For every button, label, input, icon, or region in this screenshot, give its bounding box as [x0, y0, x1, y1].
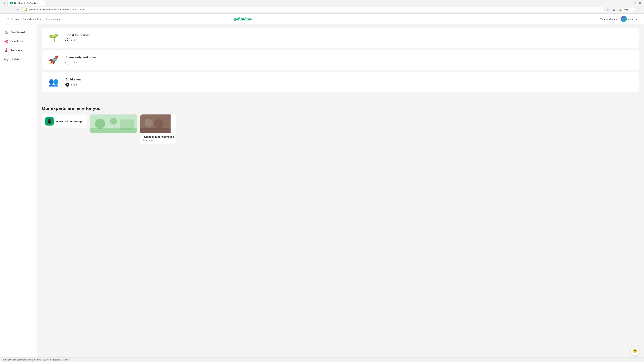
home-icon: 🏠 — [4, 30, 8, 34]
task-title-share: Share early and often — [66, 56, 634, 59]
target-icon: 🎯 — [4, 39, 8, 43]
logo[interactable]: gofundme — [234, 16, 252, 22]
main-layout: 🏠 Dashboard 🎯 Donations 🏛 Transfers 💬 Up… — [0, 24, 644, 362]
forward-button[interactable]: → — [9, 7, 14, 12]
article-title-2: Facebook fundraising tips — [143, 135, 174, 138]
article-image-2 — [140, 114, 170, 133]
task-progress-share: 0 of 4 — [66, 60, 634, 64]
transfers-badge — [6, 48, 8, 50]
download-app-label: Download our free app — [56, 120, 83, 123]
sidebar-item-transfers[interactable]: 🏛 Transfers — [0, 46, 37, 55]
progress-complete-icon: ✓ — [66, 83, 70, 87]
tab-title: Dashboard - GoFundMe — [14, 2, 38, 4]
tab-favicon: G — [10, 2, 13, 4]
for-charities-nav-item[interactable]: For charities — [46, 17, 60, 20]
task-info-share: Share early and often 0 of 4 — [66, 56, 634, 64]
top-nav: 🔍 Search For individuals ⌄ For charities… — [0, 13, 644, 24]
for-individuals-label: For individuals — [23, 17, 39, 20]
app-icon: 📱 — [45, 117, 54, 125]
address-bar-actions: ☆ ⊡ 🕵 Incognito (2) ⋮ — [606, 7, 642, 12]
incognito-icon: 🕵 — [619, 8, 622, 11]
sidebar-item-updates[interactable]: 💬 Updates — [0, 55, 37, 64]
for-charities-label: For charities — [46, 17, 60, 20]
task-card-team[interactable]: 👥 Build a team ✓ 3 of 3 — [42, 72, 639, 92]
chevron-down-icon: ⌄ — [40, 17, 42, 20]
chat-bubble[interactable]: 😊 — [630, 347, 639, 355]
boost-icon: 🌱 — [49, 33, 59, 42]
message-icon: 💬 — [4, 57, 8, 62]
active-tab[interactable]: G Dashboard - GoFundMe ✕ — [8, 0, 45, 6]
task-title-boost: Boost fundraiser — [66, 33, 634, 37]
team-icon: 👥 — [49, 77, 59, 87]
experts-title: Our experts are here for you — [42, 106, 639, 111]
status-bar: www.gofundme.com/manage/help-me-fund-rai… — [0, 358, 644, 362]
search-label: Search — [11, 17, 19, 20]
main-content: 🌱 Boost fundraiser 1 of 5 🚀 — [37, 24, 644, 101]
back-button[interactable]: ← — [2, 7, 8, 12]
task-progress-team: ✓ 3 of 3 — [66, 83, 634, 87]
svg-rect-8 — [140, 128, 170, 133]
tab-back-nav[interactable]: ‹ — [2, 1, 7, 5]
incognito-badge[interactable]: 🕵 Incognito (2) — [618, 8, 636, 12]
sidebar-item-dashboard[interactable]: 🏠 Dashboard — [0, 28, 37, 37]
url-bar[interactable]: 🔒 gofundme.com/manage/help-me-fund-raise… — [22, 7, 604, 12]
close-button[interactable]: ✕ — [638, 1, 642, 5]
task-info-team: Build a team ✓ 3 of 3 — [66, 78, 634, 87]
svg-point-6 — [144, 119, 153, 127]
svg-point-7 — [154, 119, 164, 128]
nav-left: 🔍 Search For individuals ⌄ For charities — [7, 17, 60, 20]
task-progress-text-share: 0 of 4 — [71, 61, 77, 64]
download-app-card[interactable]: 📱 Download our free app — [42, 114, 87, 128]
progress-partial-filled-icon — [66, 38, 70, 42]
sidebar-item-donations-label: Donations — [11, 40, 23, 43]
task-card-share[interactable]: 🚀 Share early and often 0 of 4 — [42, 50, 639, 70]
extensions-button[interactable]: ⊡ — [612, 7, 617, 12]
user-chevron-icon: ⌄ — [635, 17, 637, 21]
maximize-button[interactable]: □ — [633, 1, 637, 5]
address-bar: ← → ↻ 🔒 gofundme.com/manage/help-me-fund… — [0, 6, 644, 13]
task-info-boost: Boost fundraiser 1 of 5 — [66, 33, 634, 42]
incognito-label: Incognito (2) — [623, 8, 634, 11]
user-name: Jane — [628, 17, 634, 20]
reload-button[interactable]: ↻ — [16, 7, 21, 12]
window-controls: – □ ✕ — [628, 1, 642, 5]
for-individuals-nav-item[interactable]: For individuals ⌄ — [23, 17, 42, 20]
browser-menu-button[interactable]: ⋮ — [636, 7, 642, 12]
share-icon: 🚀 — [49, 55, 59, 65]
article-meta-2: 8 min read — [143, 139, 174, 141]
minimize-button[interactable]: – — [628, 1, 632, 5]
task-progress-text-team: 3 of 3 — [71, 83, 77, 86]
search-icon: 🔍 — [7, 17, 10, 20]
logo-text: gofundme — [234, 16, 252, 21]
sidebar-item-updates-label: Updates — [11, 58, 21, 61]
new-tab-button[interactable]: + — [46, 1, 50, 5]
task-card-boost[interactable]: 🌱 Boost fundraiser 1 of 5 — [42, 28, 639, 48]
browser-chrome: ‹ G Dashboard - GoFundMe ✕ + – □ ✕ ← → ↻… — [0, 0, 644, 13]
article-content-2: Facebook fundraising tips 8 min read — [140, 133, 176, 144]
chat-icon: 😊 — [632, 349, 637, 353]
sidebar-item-dashboard-label: Dashboard — [11, 31, 25, 34]
task-icon-boost: 🌱 — [47, 31, 60, 44]
tab-close-button[interactable]: ✕ — [39, 1, 42, 4]
user-menu[interactable]: Jane ⌄ — [621, 16, 637, 22]
experts-section: Our experts are here for you 📱 Download … — [37, 101, 644, 147]
article-card-2[interactable]: Facebook fundraising tips 8 min read — [140, 114, 176, 144]
task-progress-boost: 1 of 5 — [66, 38, 634, 42]
sidebar: 🏠 Dashboard 🎯 Donations 🏛 Transfers 💬 Up… — [0, 24, 37, 362]
url-text: gofundme.com/manage/help-me-fund-raise-f… — [29, 8, 602, 11]
progress-empty-icon — [66, 60, 70, 64]
nav-right: Your fundraisers Jane ⌄ — [600, 16, 637, 22]
search-nav-item[interactable]: 🔍 Search — [7, 17, 19, 20]
bookmark-button[interactable]: ☆ — [606, 7, 611, 12]
task-title-team: Build a team — [66, 78, 634, 81]
user-avatar — [621, 16, 627, 22]
task-icon-team: 👥 — [47, 75, 60, 89]
task-progress-text-boost: 1 of 5 — [71, 39, 77, 42]
content-area: 🌱 Boost fundraiser 1 of 5 🚀 — [37, 24, 644, 362]
sidebar-item-transfers-label: Transfers — [11, 49, 22, 52]
article-image-1 — [90, 114, 137, 133]
sidebar-item-donations[interactable]: 🎯 Donations — [0, 37, 37, 46]
article-card-1[interactable] — [90, 114, 137, 133]
lock-icon: 🔒 — [25, 8, 28, 11]
your-fundraisers-link[interactable]: Your fundraisers — [600, 17, 618, 20]
